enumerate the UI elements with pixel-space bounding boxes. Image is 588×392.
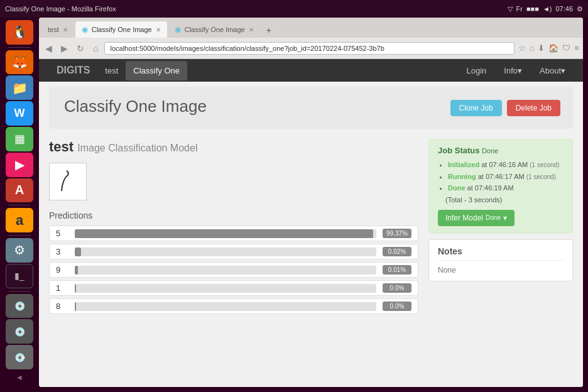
- sidebar-icon-system[interactable]: ⚙: [6, 238, 33, 263]
- prediction-bar-container-1: [75, 284, 376, 293]
- download-icon[interactable]: ⬇: [538, 43, 545, 53]
- model-title: test Image Classification Model: [49, 139, 418, 155]
- status-item-running: Running at 07:46:17 AM (1 second): [448, 171, 564, 183]
- browser-window: test ✕ ◉ Classify One Image ✕ ◉ Classify…: [39, 18, 583, 387]
- prediction-badge-1: 0.0%: [383, 283, 411, 293]
- navbar-link-test[interactable]: test: [97, 61, 126, 80]
- model-type: Image Classification Model: [77, 143, 197, 153]
- status-item-total: (Total - 3 seconds): [445, 194, 564, 206]
- prediction-bar-container-8: [75, 302, 376, 311]
- image-preview: [49, 163, 87, 200]
- prediction-row-9: 9 0.01%: [49, 262, 418, 278]
- predictions-section: Predictions 5 99.37% 3: [49, 210, 418, 314]
- address-bar: ◀ ▶ ↻ ⌂ ☆ ⌂ ⬇ 🏠 🛡 ≡: [39, 38, 583, 59]
- clone-job-button[interactable]: Clone Job: [450, 100, 502, 116]
- navbar-about[interactable]: About▾: [532, 61, 573, 80]
- sidebar-icon-disk3[interactable]: 💽: [6, 345, 33, 369]
- sidebar-icon-disk2[interactable]: 💿: [6, 319, 33, 344]
- bluetooth-icon: Fr: [516, 5, 523, 13]
- home-icon[interactable]: ⌂: [530, 43, 535, 53]
- status-label-initialized: Initialized: [448, 161, 479, 168]
- navbar-info[interactable]: Info▾: [496, 61, 530, 80]
- status-time-initialized: at 07:46:16 AM: [481, 161, 530, 168]
- infer-model-button[interactable]: Infer Model Done ▾: [438, 210, 514, 226]
- address-bar-icons: ☆ ⌂ ⬇ 🏠 🛡 ≡: [518, 43, 579, 53]
- tab-favicon-1: ◉: [82, 25, 88, 34]
- sidebar-icon-calc[interactable]: ▦: [6, 127, 33, 151]
- navbar-brand[interactable]: DIGITS: [49, 65, 97, 76]
- status-time-done: at 07:46:19 AM: [467, 184, 514, 192]
- status-total: (Total - 3 seconds): [445, 196, 502, 204]
- sidebar-divider-2: [8, 205, 31, 205]
- tab-test-close[interactable]: ✕: [63, 26, 68, 33]
- prediction-badge-5: 99.37%: [383, 229, 411, 238]
- content-area: test Image Classification Model Predicti…: [39, 134, 583, 322]
- sidebar: 🐧 🦊 📁 W ▦ ▶ A a ⚙ ▮_ 💿 💿 💽 ◀: [0, 18, 39, 387]
- back-button[interactable]: ◀: [43, 42, 55, 55]
- taskbar: Classify One Image - Mozilla Firefox ▽ F…: [0, 0, 588, 18]
- os-frame: Classify One Image - Mozilla Firefox ▽ F…: [0, 0, 588, 392]
- prediction-label-5: 5: [56, 229, 75, 238]
- prediction-bar-5: [75, 229, 373, 238]
- sidebar-icon-amazon[interactable]: a: [6, 208, 33, 232]
- job-status-panel: Job Status Done Initialized at 07:46:16 …: [428, 139, 573, 233]
- new-tab-button[interactable]: +: [261, 23, 276, 38]
- house-icon[interactable]: 🏠: [548, 43, 558, 53]
- tab-test[interactable]: test ✕: [41, 21, 74, 38]
- main-content: Classify One Image Clone Job Delete Job …: [39, 82, 583, 387]
- bookmark-icon[interactable]: ☆: [518, 43, 526, 53]
- reload-button[interactable]: ↻: [74, 42, 87, 55]
- status-time-running: at 07:46:17 AM: [478, 173, 526, 180]
- status-badge-initialized: (1 second): [530, 161, 559, 168]
- notes-content: None: [438, 266, 564, 275]
- tab-classify-one-1[interactable]: ◉ Classify One Image ✕: [75, 21, 167, 38]
- tab-classify-one-2[interactable]: ◉ Classify One Image ✕: [168, 21, 260, 38]
- job-status-title: Job Status Done: [438, 146, 564, 155]
- sidebar-icon-impress[interactable]: ▶: [6, 153, 33, 177]
- forward-button[interactable]: ▶: [58, 42, 70, 55]
- sidebar-icon-ubuntu[interactable]: 🐧: [6, 20, 33, 45]
- sidebar-divider-1: [8, 47, 31, 48]
- tab-classify-one-2-close[interactable]: ✕: [249, 26, 254, 33]
- prediction-badge-8: 0.0%: [383, 302, 411, 311]
- url-input[interactable]: [104, 42, 514, 55]
- prediction-label-8: 8: [56, 302, 75, 311]
- battery-icon: ■■■: [526, 5, 539, 13]
- sidebar-icon-office[interactable]: W: [6, 101, 33, 126]
- prediction-bar-8: [75, 302, 76, 311]
- menu-icon[interactable]: ≡: [574, 43, 579, 53]
- prediction-bar-container-3: [75, 248, 376, 256]
- preview-image: [55, 166, 80, 197]
- volume-icon: ◄): [543, 5, 552, 13]
- status-list: Initialized at 07:46:16 AM (1 second) Ru…: [438, 159, 564, 206]
- tab-favicon-2: ◉: [175, 25, 181, 34]
- tab-bar: test ✕ ◉ Classify One Image ✕ ◉ Classify…: [39, 18, 583, 38]
- navbar-link-classify-one[interactable]: Classify One: [126, 61, 187, 80]
- page-header: Classify One Image Clone Job Delete Job: [49, 87, 573, 129]
- sidebar-icon-font[interactable]: A: [6, 178, 33, 203]
- prediction-badge-3: 0.02%: [383, 247, 411, 256]
- content-left: test Image Classification Model Predicti…: [49, 139, 418, 317]
- sidebar-icon-files[interactable]: 📁: [6, 75, 33, 100]
- tab-classify-one-1-close[interactable]: ✕: [156, 26, 161, 33]
- sidebar-divider-3: [8, 235, 31, 236]
- tab-classify-one-1-label: Classify One Image: [92, 26, 152, 33]
- sidebar-icon-firefox[interactable]: 🦊: [6, 50, 33, 75]
- prediction-label-9: 9: [56, 265, 75, 275]
- navbar-login[interactable]: Login: [459, 61, 494, 80]
- status-label-running: Running: [448, 173, 476, 180]
- network-icon: ▽: [508, 5, 513, 13]
- settings-icon[interactable]: ⚙: [577, 5, 583, 13]
- delete-job-button[interactable]: Delete Job: [507, 100, 560, 116]
- sidebar-icon-terminal[interactable]: ▮_: [6, 264, 33, 288]
- sidebar-icon-disk1[interactable]: 💿: [6, 294, 33, 318]
- shield-icon[interactable]: 🛡: [562, 43, 570, 53]
- prediction-bar-1: [75, 284, 76, 293]
- home-button[interactable]: ⌂: [90, 42, 101, 55]
- prediction-bar-9: [75, 266, 78, 275]
- status-item-done: Done at 07:46:19 AM: [448, 182, 564, 194]
- status-badge-running: (1 second): [526, 173, 556, 180]
- tab-classify-one-2-label: Classify One Image: [185, 26, 245, 33]
- sidebar-divider-4: [8, 291, 31, 291]
- infer-model-label: Infer Model: [445, 214, 483, 222]
